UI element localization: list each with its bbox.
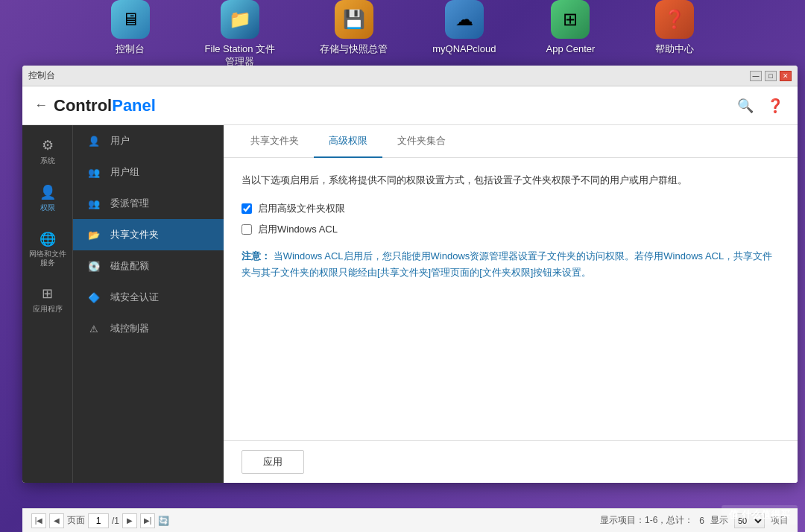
total-count: 6 [699, 516, 704, 526]
myqnap-label: myQNAPcloud [432, 43, 496, 56]
prev-page-button[interactable]: ◀ [49, 513, 64, 528]
filestation-label: File Station 文件管理器 [205, 43, 276, 69]
disk-quota-label: 磁盘配额 [110, 259, 149, 273]
header-icons: 🔍 ❓ [735, 95, 786, 116]
content-footer: 应用 [224, 440, 798, 483]
app-icon-appcenter[interactable]: ⊞ App Center [540, 0, 600, 56]
search-button[interactable]: 🔍 [735, 95, 756, 116]
sidebar-sub-domain-security[interactable]: 🔷 域安全认证 [73, 282, 224, 313]
help-label: 帮助中心 [655, 43, 694, 56]
next-page-button[interactable]: ▶ [122, 513, 137, 528]
user-icon: 👤 [85, 132, 103, 150]
last-page-button[interactable]: ▶| [140, 513, 155, 528]
tab-shared-folder[interactable]: 共享文件夹 [236, 125, 314, 158]
delegate-icon: 👥 [85, 194, 103, 212]
domain-security-label: 域安全认证 [110, 291, 159, 304]
sidebar-main: 👤 用户 👥 用户组 👥 委派管理 📂 共享文件夹 💽 磁盘配额 [73, 125, 224, 483]
tab-folder-agg[interactable]: 文件夹集合 [382, 125, 461, 158]
sidebar-item-network[interactable]: 🌐 网络和文件服务 [22, 222, 72, 276]
note-text: 注意： 当Windows ACL启用后，您只能使用Windows资源管理器设置子… [242, 248, 780, 281]
back-button[interactable]: ← [34, 98, 48, 113]
note-content: 当Windows ACL启用后，您只能使用Windows资源管理器设置子文件夹的… [242, 250, 772, 278]
sidebar-icon-strip: ⚙ 系统 👤 权限 🌐 网络和文件服务 ⊞ 应用程序 [22, 125, 73, 483]
tab-advanced[interactable]: 高级权限 [314, 125, 382, 158]
restore-button[interactable]: □ [765, 71, 777, 81]
domain-controller-label: 域控制器 [110, 322, 149, 335]
sidebar-sub-group[interactable]: 👥 用户组 [73, 156, 224, 188]
network-label: 网络和文件服务 [25, 250, 69, 267]
content-body: 当以下选项启用后，系统将提供不同的权限设置方式，包括设置子文件夹权限予不同的用户… [224, 158, 798, 440]
myqnap-icon: ☁ [445, 0, 484, 39]
storage-label: 存储与快照总管 [320, 43, 388, 56]
sidebar: ⚙ 系统 👤 权限 🌐 网络和文件服务 ⊞ 应用程序 [22, 125, 224, 483]
sidebar-sub-disk-quota[interactable]: 💽 磁盘配额 [73, 250, 224, 282]
appcenter-icon: ⊞ [551, 0, 590, 39]
tabs-bar: 共享文件夹 高级权限 文件夹集合 [224, 125, 798, 158]
sidebar-sub-delegate[interactable]: 👥 委派管理 [73, 188, 224, 219]
window-body: ⚙ 系统 👤 权限 🌐 网络和文件服务 ⊞ 应用程序 [22, 125, 798, 483]
app-icon-help[interactable]: ❓ 帮助中心 [645, 0, 704, 56]
page-label: 页面 [67, 514, 85, 527]
sidebar-item-permission[interactable]: 👤 权限 [22, 175, 72, 222]
desktop-bar: 🖥 控制台 📁 File Station 文件管理器 💾 存储与快照总管 ☁ m… [0, 0, 805, 66]
minimize-button[interactable]: — [750, 71, 762, 81]
help-button[interactable]: ❓ [765, 95, 786, 116]
app-icon-filestation[interactable]: 📁 File Station 文件管理器 [205, 0, 276, 69]
filestation-icon: 📁 [221, 0, 259, 39]
delegate-label: 委派管理 [110, 197, 149, 210]
app-title-accent: Panel [112, 96, 156, 115]
system-icon: ⚙ [42, 137, 54, 153]
sidebar-sub-user[interactable]: 👤 用户 [73, 125, 224, 156]
system-label: 系统 [40, 156, 55, 166]
refresh-button[interactable]: 🔄 [158, 516, 169, 526]
pagination-left: |◀ ◀ 页面 /1 ▶ ▶| 🔄 [31, 513, 169, 528]
permission-icon: 👤 [40, 184, 56, 200]
close-button[interactable]: ✕ [780, 71, 792, 81]
domain-security-icon: 🔷 [85, 288, 103, 306]
control-label: 控制台 [116, 43, 145, 56]
header-left: ← ControlPanel [34, 96, 156, 115]
user-label: 用户 [110, 134, 130, 148]
content-area: 共享文件夹 高级权限 文件夹集合 当以下选项启用后，系统将提供不同的权限设置方式… [224, 125, 798, 483]
appcenter-label: App Center [546, 43, 596, 56]
checkbox-advanced-folder-input[interactable] [242, 203, 252, 214]
group-icon: 👥 [85, 163, 103, 181]
network-icon: 🌐 [40, 231, 56, 247]
app-icon-storage[interactable]: 💾 存储与快照总管 [320, 0, 388, 56]
checkbox-windows-acl-input[interactable] [242, 224, 252, 235]
note-label: 注意： [242, 250, 271, 262]
window-header: ← ControlPanel 🔍 ❓ [22, 86, 798, 125]
checkbox-windows-acl-label: 启用Windows ACL [258, 223, 338, 236]
checkbox-advanced-folder[interactable]: 启用高级文件夹权限 [242, 202, 780, 215]
apply-button[interactable]: 应用 [242, 450, 304, 474]
help-icon: ❓ [655, 0, 694, 39]
window-controls: — □ ✕ [750, 71, 792, 81]
page-total: /1 [112, 516, 119, 526]
storage-icon: 💾 [335, 0, 373, 39]
window-titlebar: 控制台 — □ ✕ [22, 66, 798, 86]
control-panel-window: 控制台 — □ ✕ ← ControlPanel 🔍 ❓ ⚙ 系统 [22, 66, 798, 483]
first-page-button[interactable]: |◀ [31, 513, 46, 528]
app-title: ControlPanel [54, 96, 156, 115]
sidebar-item-apps[interactable]: ⊞ 应用程序 [22, 276, 72, 323]
sidebar-item-system[interactable]: ⚙ 系统 [22, 128, 72, 175]
group-label: 用户组 [110, 165, 139, 179]
app-icon-control[interactable]: 🖥 控制台 [101, 0, 160, 56]
apps-icon: ⊞ [42, 285, 53, 302]
disk-quota-icon: 💽 [85, 257, 103, 275]
page-input[interactable] [88, 513, 109, 528]
display-range-label: 显示项目：1-6，总计： [600, 514, 693, 527]
checkbox-windows-acl[interactable]: 启用Windows ACL [242, 223, 780, 236]
sidebar-sub-shared-folder[interactable]: 📂 共享文件夹 [73, 219, 224, 250]
app-icon-myqnap[interactable]: ☁ myQNAPcloud [432, 0, 496, 56]
sidebar-sub-domain-controller[interactable]: ⚠ 域控制器 [73, 313, 224, 344]
pagination-bar: |◀ ◀ 页面 /1 ▶ ▶| 🔄 显示项目：1-6，总计： 6 显示 50 1… [22, 508, 798, 532]
apps-label: 应用程序 [33, 304, 63, 314]
watermark: 值 什么值得买 [722, 505, 798, 525]
domain-controller-icon: ⚠ [85, 320, 103, 338]
window-title: 控制台 [28, 69, 55, 82]
control-icon: 🖥 [111, 0, 150, 39]
permission-label: 权限 [40, 203, 55, 213]
shared-folder-label: 共享文件夹 [110, 228, 159, 241]
shared-folder-icon: 📂 [85, 226, 103, 244]
